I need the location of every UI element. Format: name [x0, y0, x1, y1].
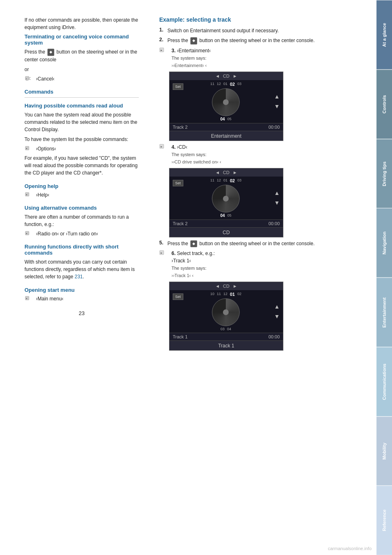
- cd-arrows-right-2: ▲ ▼: [274, 190, 283, 206]
- cd-track-text-2: Track 2: [173, 221, 187, 226]
- cd-arrow-left-2: ◄: [215, 170, 220, 175]
- cd-display-1: ◄ CD ► Set 1112010203: [169, 72, 283, 141]
- sidebar-tab-mobility[interactable]: Mobility: [376, 416, 392, 486]
- svg-line-3: [29, 79, 31, 80]
- cd-source-name-3: Track 1: [218, 343, 234, 349]
- step-3-content: 3. ›Entertainment‹ The system says: ››En…: [172, 47, 356, 69]
- cd-bottom-1: Track 2 00:00: [169, 123, 283, 131]
- cd-bottom-2: Track 2 00:00: [169, 219, 283, 227]
- cd-top-bar-3: ◄ CD ►: [169, 282, 283, 290]
- cd-arrows-right-3: ▲ ▼: [274, 303, 283, 320]
- track-nums-bottom-3: 0304: [220, 327, 231, 331]
- step-3: ► 3. ›Entertainment‹ The system says: ››…: [159, 47, 356, 69]
- btn-icon-5: ◆: [190, 240, 197, 248]
- cd-track-text-1: Track 2: [173, 125, 187, 130]
- svg-text:►: ►: [26, 232, 28, 235]
- track-nums-top-1: 1112010203: [210, 82, 241, 87]
- cd-display-2: ◄ CD ► Set 1112010203: [169, 168, 283, 237]
- svg-text:►: ►: [160, 252, 163, 254]
- step-1-num: 1.: [159, 27, 167, 33]
- radio-command-text: ›Radio on‹ or ›Turn radio on‹: [36, 231, 98, 237]
- opening-help-heading: Opening help: [24, 183, 139, 189]
- sidebar-tab-navigation[interactable]: Navigation: [376, 208, 392, 278]
- step-3-says-label: The system says:: [172, 56, 207, 60]
- step-3-num: 3.: [172, 48, 176, 54]
- cd-arrows-right-1: ▲ ▼: [274, 93, 283, 110]
- svg-text:►: ►: [26, 193, 28, 196]
- step-2-num: 2.: [159, 37, 167, 43]
- track-nums-bottom-2: 0405: [220, 213, 232, 218]
- step-4-says-label: The system says:: [172, 152, 207, 157]
- commands-heading: Commands: [24, 89, 139, 95]
- options-command: ► ›Options‹: [24, 145, 139, 152]
- or-text: or: [24, 66, 139, 73]
- watermark: carmanualsonline.info: [328, 546, 372, 551]
- step-6: ► 6. Select track, e.g.: ›Track 1‹ The s…: [159, 250, 356, 279]
- btn-icon-2: ◆: [190, 37, 197, 45]
- alt-commands-heading: Using alternative commands: [24, 205, 139, 211]
- step-3-command: ›Entertainment‹: [177, 48, 211, 54]
- voice-icon-step4: ►: [159, 144, 170, 151]
- cd-dial-center-1: [223, 99, 229, 105]
- sidebar-tab-entertainment[interactable]: Entertainment: [376, 278, 392, 347]
- cd-source-bar-2: CD: [169, 227, 283, 237]
- voice-icon-step6: ►: [159, 250, 170, 257]
- svg-text:►: ►: [26, 147, 28, 150]
- having-commands-text2: To have the system list the possible com…: [24, 136, 139, 143]
- section-terminating-heading: Terminating or canceling voice command s…: [24, 34, 139, 46]
- cd-dial-2: [212, 185, 240, 213]
- svg-text:►: ►: [160, 49, 163, 51]
- main-menu-command: ► ›Main menu‹: [24, 295, 139, 302]
- cd-time-1: 00:00: [268, 125, 280, 130]
- cd-main-1: Set 1112010203 0405: [169, 80, 283, 123]
- sidebar-tab-driving-tips[interactable]: Driving tips: [376, 139, 392, 208]
- cd-top-bar-2: ◄ CD ►: [169, 168, 283, 177]
- help-command-text: ›Help‹: [36, 192, 49, 198]
- cancel-command-text: ›Cancel‹: [36, 76, 54, 82]
- step-6-says-text: ››Track 1‹ ‹: [172, 273, 194, 278]
- cd-top-bar-1: ◄ CD ►: [169, 72, 283, 80]
- cd-set-btn-3: Set: [173, 293, 183, 300]
- page-link[interactable]: 231: [75, 274, 83, 280]
- step-6-content: 6. Select track, e.g.: ›Track 1‹ The sys…: [172, 250, 356, 279]
- step-5-text: Press the ◆ button on the steering wheel…: [167, 240, 356, 248]
- sidebar-tab-at-a-glance[interactable]: At a glance: [376, 0, 392, 69]
- voice-icon-options: ►: [24, 145, 33, 152]
- cd-dial-1: [212, 88, 240, 116]
- cd-source-2: CD: [223, 170, 229, 175]
- step-1: 1. Switch on Entertainment sound output …: [159, 27, 356, 34]
- sidebar-tab-reference[interactable]: Reference: [376, 486, 392, 555]
- example-heading: Example: selecting a track: [159, 16, 356, 23]
- step-2: 2. Press the ◆ button on the steering wh…: [159, 37, 356, 45]
- cd-dial-3: [212, 298, 240, 326]
- cd-source-bar-1: Entertainment: [169, 131, 283, 141]
- cd-set-btn-1: Set: [173, 83, 183, 90]
- cd-arrow-right-3: ►: [233, 284, 237, 289]
- short-commands-heading: Running functions directly with short co…: [24, 244, 139, 256]
- having-commands-text3: For example, if you have selected "CD", …: [24, 154, 139, 177]
- cd-main-3: Set 1011120102 0304: [169, 290, 283, 333]
- voice-icon-main-menu: ►: [24, 295, 33, 302]
- cd-time-2: 00:00: [268, 221, 280, 226]
- track-nums-top-3: 1011120102: [210, 292, 241, 297]
- step-6-num: 6.: [172, 251, 176, 256]
- having-commands-text1: You can have the system read aloud the p…: [24, 111, 139, 133]
- cd-track-text-3: Track 1: [173, 334, 187, 339]
- open-start-heading: Opening start menu: [24, 287, 139, 293]
- svg-line-2: [29, 77, 31, 78]
- cd-arrow-right-1: ►: [233, 74, 237, 78]
- step-4-command: ›CD‹: [177, 144, 187, 150]
- svg-text:►: ►: [160, 145, 163, 148]
- cd-main-2: Set 1112010203 0405: [169, 177, 283, 219]
- help-command: ► ›Help‹: [24, 192, 139, 198]
- cd-screen-3: ◄ CD ► Set 1011120102: [169, 282, 283, 351]
- step-4: ► 4. ›CD‹ The system says: ››CD drive sw…: [159, 143, 356, 166]
- step-6-text: Select track, e.g.:: [177, 251, 215, 256]
- sidebar-tab-controls[interactable]: Controls: [376, 69, 392, 139]
- cd-screen-1: ◄ CD ► Set 1112010203: [169, 72, 283, 141]
- cd-source-3: CD: [223, 284, 229, 289]
- sidebar-tab-communications[interactable]: Communications: [376, 347, 392, 416]
- voice-icon-help: ►: [24, 192, 33, 198]
- cd-dial-center-2: [223, 196, 229, 201]
- step-5-num: 5.: [159, 240, 167, 246]
